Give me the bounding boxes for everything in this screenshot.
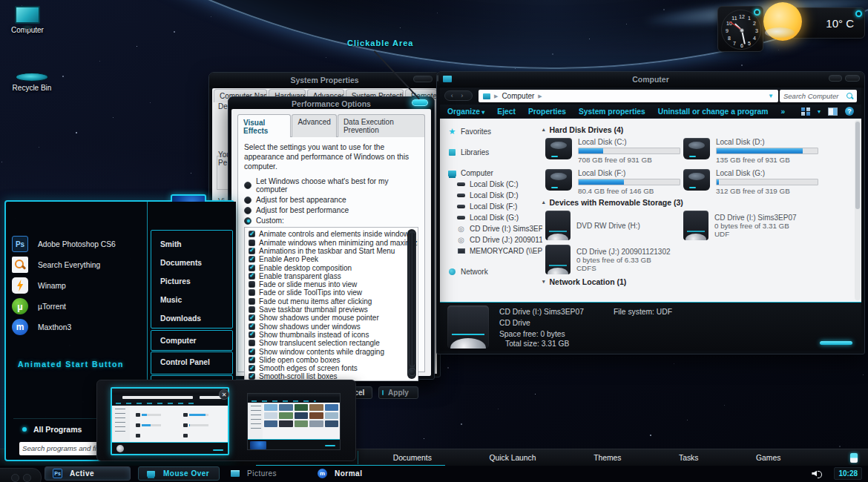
taskbar-state-demo[interactable]: Mouse Over: [138, 466, 220, 481]
checkbox[interactable]: [249, 349, 255, 355]
radio-option[interactable]: Adjust for best performance: [244, 206, 418, 214]
drive-item[interactable]: Local Disk (C:) 708 GB free of 931 GB: [545, 138, 683, 164]
checkbox[interactable]: [249, 273, 255, 280]
drive-item[interactable]: Local Disk (D:) 135 GB free of 931 GB: [683, 138, 821, 164]
start-menu-item[interactable]: Downloads: [151, 309, 232, 328]
views-icon[interactable]: [801, 108, 810, 116]
thumbnail-computer-window[interactable]: [111, 387, 229, 455]
clock-gadget[interactable]: 12 1 2 3 4 5 6 7 8 9 10 11: [717, 6, 763, 52]
toolbar-button[interactable]: Properties: [528, 108, 566, 116]
nav-item[interactable]: Network: [440, 266, 542, 277]
close-button[interactable]: [437, 75, 438, 82]
checkbox[interactable]: [249, 240, 255, 246]
taskbar-tray-icon[interactable]: [850, 453, 858, 463]
nav-item[interactable]: Favorites: [440, 126, 542, 137]
radio-icon[interactable]: [244, 182, 251, 189]
scrollbar[interactable]: [855, 120, 861, 300]
views-dropdown-icon[interactable]: ▾: [818, 108, 821, 115]
navigation-pane[interactable]: Favorites Libraries Computer: [440, 119, 542, 302]
checkbox[interactable]: [249, 357, 255, 363]
effect-option[interactable]: Animate windows when minimizing and maxi…: [249, 239, 406, 247]
search-input[interactable]: Search Computer: [780, 90, 857, 102]
nav-item[interactable]: Local Disk (G:): [440, 212, 542, 223]
effect-option[interactable]: Show thumbnails instead of icons: [249, 331, 406, 339]
checkbox[interactable]: [249, 340, 255, 346]
address-dropdown-icon[interactable]: ▼: [768, 93, 774, 99]
preview-pane-icon[interactable]: [828, 108, 838, 116]
start-menu-item[interactable]: Music: [151, 291, 232, 309]
search-icon[interactable]: [846, 93, 853, 99]
start-search-input[interactable]: Search programs and files: [19, 442, 104, 455]
effect-option[interactable]: Enable transparent glass: [249, 272, 406, 280]
maximize-button[interactable]: [845, 75, 860, 82]
radio-icon[interactable]: [244, 207, 251, 214]
collapse-icon[interactable]: ▴: [542, 199, 545, 205]
resize-grip[interactable]: [820, 341, 852, 345]
scrollbar-thumb[interactable]: [409, 231, 415, 367]
taskbar-button[interactable]: Games: [756, 454, 780, 462]
breadcrumb[interactable]: Computer: [502, 92, 534, 100]
effect-option[interactable]: Show window contents while dragging: [249, 347, 406, 355]
desktop-icon-recycle-bin[interactable]: Recycle Bin: [6, 73, 58, 92]
caption-button[interactable]: [413, 76, 433, 82]
group-header-removable[interactable]: ▴ Devices with Removable Storage (3): [542, 198, 854, 207]
effects-list[interactable]: Animate controls and elements inside win…: [244, 227, 418, 381]
nav-item[interactable]: Local Disk (C:): [440, 179, 542, 190]
toolbar-button[interactable]: Eject: [497, 108, 516, 116]
effect-option[interactable]: Fade or slide ToolTips into view: [249, 288, 406, 297]
minimize-button[interactable]: [829, 75, 842, 82]
checkbox[interactable]: [249, 265, 255, 271]
checkbox[interactable]: [249, 281, 255, 288]
tab[interactable]: Visual Effects: [237, 114, 291, 137]
effect-option[interactable]: Smooth edges of screen fonts: [249, 364, 406, 372]
checkbox[interactable]: [249, 323, 255, 330]
volume-icon[interactable]: [812, 469, 822, 478]
group-header-hdd[interactable]: ▴ Hard Disk Drives (4): [542, 125, 854, 134]
taskbar-button[interactable]: Documents: [393, 454, 432, 462]
nav-item[interactable]: CD Drive (J:) 200901121302: [440, 234, 542, 245]
items-view[interactable]: ▴ Hard Disk Drives (4) Local Disk (C:) 7…: [542, 119, 854, 302]
nav-item[interactable]: Libraries: [440, 147, 542, 158]
explorer-window[interactable]: Computer ‹ › ▶ Computer ▶ ▼ ⇄ Search Com…: [436, 71, 865, 354]
titlebar[interactable]: Performance Options: [228, 97, 434, 110]
tray-clock[interactable]: 10:28: [834, 467, 862, 480]
checkbox[interactable]: [249, 314, 255, 321]
tab[interactable]: Advanced: [292, 114, 336, 137]
taskbar-state-demo[interactable]: Active: [45, 466, 131, 481]
scrollbar[interactable]: [407, 229, 416, 379]
close-button[interactable]: [412, 99, 428, 106]
toolbar-button[interactable]: System properties: [579, 108, 645, 116]
weather-gadget[interactable]: 10° C: [779, 7, 865, 39]
drive-item[interactable]: DVD RW Drive (H:): [545, 211, 683, 240]
titlebar[interactable]: Computer: [437, 72, 864, 88]
checkbox[interactable]: [249, 331, 255, 338]
checkbox[interactable]: [249, 298, 255, 305]
start-menu-item[interactable]: Smith: [151, 235, 232, 254]
radio-icon[interactable]: [244, 197, 251, 204]
nav-item[interactable]: Local Disk (D:): [440, 190, 542, 201]
nav-item[interactable]: Computer: [440, 168, 542, 179]
effect-option[interactable]: Fade or slide menus into view: [249, 280, 406, 288]
performance-options-dialog[interactable]: Performance Options Visual EffectsAdvanc…: [228, 96, 435, 380]
effect-option[interactable]: Enable Aero Peek: [249, 255, 406, 263]
drive-item[interactable]: Local Disk (F:) 80.4 GB free of 146 GB: [545, 169, 683, 195]
radio-option[interactable]: Let Windows choose what's best for my co…: [244, 177, 418, 194]
checkbox[interactable]: [249, 248, 255, 254]
checkbox[interactable]: [249, 256, 255, 263]
drive-item[interactable]: CD Drive (J:) 200901121302 0 bytes free …: [545, 245, 683, 274]
nav-item[interactable]: Local Disk (F:): [440, 201, 542, 212]
start-menu-app[interactable]: µTorrent: [12, 298, 141, 314]
drive-item[interactable]: CD Drive (I:) Sims3EP07 0 bytes free of …: [683, 211, 821, 240]
radio-option[interactable]: Custom:: [244, 217, 418, 225]
start-menu-app[interactable]: Adobe Photoshop CS6: [12, 236, 141, 252]
start-menu-app[interactable]: Maxthon3: [12, 319, 141, 335]
effect-option[interactable]: Animations in the taskbar and Start Menu: [249, 247, 406, 255]
start-menu-item[interactable]: Documents: [151, 254, 232, 272]
expand-icon[interactable]: ▾: [542, 279, 545, 285]
start-menu-item[interactable]: Pictures: [151, 272, 232, 291]
start-menu-app[interactable]: Winamp: [12, 277, 141, 294]
effect-option[interactable]: Show shadows under windows: [249, 323, 406, 331]
desktop-icon-computer[interactable]: Computer: [1, 6, 53, 34]
collapse-icon[interactable]: ▴: [542, 127, 545, 133]
effect-option[interactable]: Show translucent selection rectangle: [249, 339, 406, 347]
